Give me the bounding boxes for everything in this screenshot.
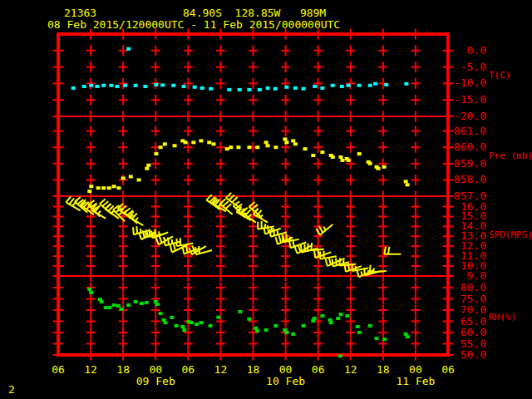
x-axis-tick-label: 18	[241, 364, 266, 376]
x-axis-tick-label: 06	[306, 364, 331, 376]
x-axis-tick-label: 18	[111, 364, 135, 376]
x-axis-tick-label: 00	[273, 364, 298, 376]
y-axis-tick-label-temperature: -5.0	[436, 62, 486, 73]
x-axis-date-label: 10 Feb	[266, 376, 306, 387]
y-axis-tick-label-relative_humidity: 80.0	[436, 282, 486, 293]
y-axis-tick-label-relative_humidity: 70.0	[436, 304, 486, 316]
y-axis-tick-label-temperature: -20.0	[436, 111, 486, 122]
y-axis-tick-label-pressure: 858.0	[436, 174, 486, 185]
x-axis-tick-label: 12	[208, 364, 233, 376]
x-axis-tick-label: 12	[338, 364, 363, 376]
x-axis-tick-label: 06	[175, 364, 200, 376]
y-axis-tick-label-wind_speed: 9.0	[436, 270, 486, 282]
y-axis-title-relative_humidity: RH(%)	[489, 312, 516, 323]
x-axis-tick-label: 06	[436, 364, 461, 376]
x-axis-tick-label: 00	[403, 364, 428, 376]
x-axis-tick-label: 06	[46, 364, 71, 376]
meteogram-app: 21363 84.90S 128.85W 989M 08 Feb 2015/12…	[0, 0, 532, 399]
y-axis-tick-label-temperature: -10.0	[436, 77, 486, 89]
y-axis-title-pressure: Pre (mb)	[489, 150, 532, 162]
y-axis-tick-label-relative_humidity: 50.0	[436, 349, 486, 361]
y-axis-tick-label-pressure: 859.0	[436, 158, 486, 170]
x-axis-tick-label: 18	[371, 364, 396, 376]
y-axis-tick-label-pressure: 860.0	[436, 141, 486, 153]
y-axis-tick-label-temperature: -15.0	[436, 94, 486, 106]
x-axis-tick-label: 00	[143, 364, 168, 376]
x-axis-tick-label: 12	[78, 364, 103, 376]
y-axis-tick-label-temperature: 0.0	[436, 45, 486, 57]
x-axis-date-label: 11 Feb	[396, 376, 436, 387]
y-axis-tick-label-relative_humidity: 60.0	[436, 327, 486, 338]
x-axis-date-label: 09 Feb	[135, 376, 175, 387]
page-number: 2	[8, 384, 15, 396]
y-axis-title-wind_speed: SPD(MPS)	[489, 229, 532, 241]
y-axis-tick-label-pressure: 861.0	[436, 126, 486, 137]
y-axis-title-temperature: T(C)	[489, 70, 511, 81]
